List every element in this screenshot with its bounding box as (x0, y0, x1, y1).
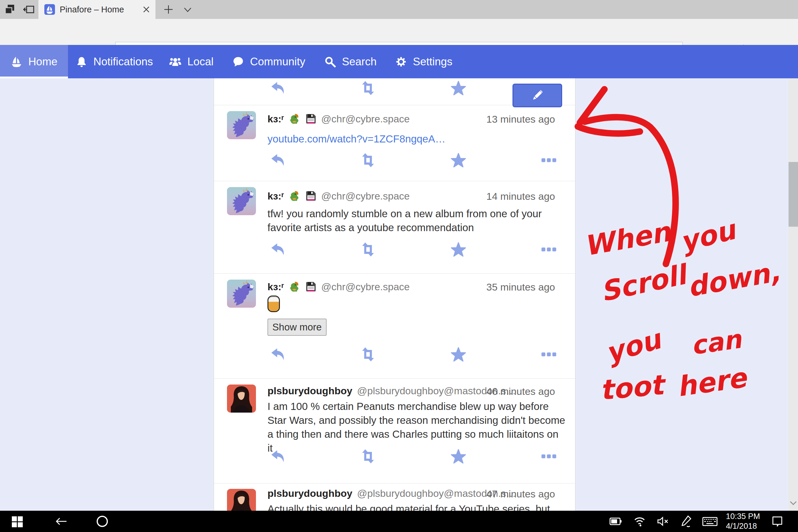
page-content: kз:ʳ @chr@cybre.space 13 minutes ago you… (0, 78, 798, 511)
timestamp[interactable]: 13 minutes ago (487, 114, 555, 125)
more-options-icon[interactable] (541, 347, 556, 362)
more-options-icon[interactable] (541, 242, 556, 257)
nav-item-home[interactable]: Home (0, 45, 68, 78)
reply-icon[interactable] (270, 152, 286, 168)
reply-icon[interactable] (270, 449, 286, 464)
annotation-word: can (689, 324, 743, 361)
browser-tab-strip: Pinafore – Home (0, 0, 798, 19)
pen-icon[interactable] (680, 515, 693, 528)
spoiler-emoji (267, 296, 280, 312)
account-handle[interactable]: @chr@cybre.space (321, 281, 410, 292)
boost-icon[interactable] (360, 80, 376, 96)
reply-icon[interactable] (270, 347, 286, 362)
action-center-icon[interactable] (771, 515, 784, 528)
battery-icon[interactable] (609, 515, 623, 528)
avatar[interactable] (227, 187, 256, 215)
display-name[interactable]: plsburydoughboy (267, 488, 352, 499)
more-options-icon[interactable] (541, 449, 556, 464)
wifi-icon[interactable] (633, 515, 646, 528)
nav-item-settings[interactable]: Settings (395, 45, 453, 78)
scrollbar-down-arrow-icon[interactable] (789, 499, 797, 507)
favorite-icon[interactable] (451, 152, 466, 168)
account-handle[interactable]: @chr@cybre.space (321, 190, 410, 202)
nav-label: Notifications (93, 56, 153, 68)
clock-date: 4/1/2018 (726, 521, 770, 531)
nav-item-local[interactable]: Local (169, 45, 213, 78)
annotation-word: you (602, 323, 664, 369)
nav-item-community[interactable]: Community (232, 45, 305, 78)
favorite-icon[interactable] (451, 242, 466, 257)
timestamp[interactable]: 47 minutes ago (487, 488, 555, 500)
taskbar-clock[interactable]: 10:35 PM 4/1/2018 (726, 512, 770, 531)
show-more-button[interactable]: Show more (267, 319, 327, 336)
nav-item-search[interactable]: Search (324, 45, 377, 78)
toot-text: tfw! you randomly stumble on a new album… (267, 207, 566, 234)
boost-icon[interactable] (360, 347, 376, 362)
tab-title: Pinafore – Home (60, 5, 124, 15)
annotation-word: When (582, 216, 673, 262)
dragon-emoji (289, 190, 301, 202)
tab-list-chevron-icon[interactable] (183, 6, 192, 14)
boost-icon[interactable] (360, 152, 376, 168)
taskbar-back-icon[interactable] (55, 515, 68, 528)
chat-bubble-icon (232, 56, 244, 68)
reply-icon[interactable] (270, 80, 286, 96)
browser-tab[interactable]: Pinafore – Home (38, 0, 155, 19)
bell-icon (76, 56, 88, 68)
search-icon (324, 56, 336, 68)
set-tabs-aside-icon[interactable] (4, 4, 15, 15)
annotation-word: down, (685, 256, 782, 303)
favorite-icon[interactable] (451, 347, 466, 362)
toot: kз:ʳ @chr@cybre.space 35 minutes ago Sho… (214, 273, 575, 378)
touch-keyboard-icon[interactable] (702, 515, 718, 528)
toot-header: kз:ʳ @chr@cybre.space (267, 281, 410, 292)
nav-label: Home (28, 56, 58, 68)
scrollbar-thumb[interactable] (788, 162, 798, 227)
toot-text: Actually this would be good material for… (267, 502, 566, 511)
account-handle[interactable]: @chr@cybre.space (321, 113, 410, 125)
more-options-icon[interactable] (541, 152, 556, 168)
nav-item-notifications[interactable]: Notifications (76, 45, 153, 78)
toot: plsburydoughboy @plsburydoughboy@mastodo… (214, 378, 575, 483)
compose-toot-button[interactable] (513, 84, 562, 107)
pencil-icon (531, 89, 544, 102)
screen: { "browser": { "tab_title": "Pinafore – … (0, 0, 798, 532)
volume-muted-icon[interactable] (656, 515, 669, 528)
display-name[interactable]: kз:ʳ (267, 190, 284, 202)
boost-icon[interactable] (360, 449, 376, 464)
pinafore-favicon (44, 4, 55, 15)
scrollbar-track[interactable] (788, 78, 798, 511)
toot-header: kз:ʳ @chr@cybre.space (267, 113, 410, 125)
avatar[interactable] (227, 280, 256, 308)
nav-label: Settings (413, 56, 453, 68)
people-icon (169, 56, 182, 68)
reply-icon[interactable] (270, 242, 286, 257)
toot-link[interactable]: youtube.com/watch?v=1ZCF8ngqeA… (267, 133, 445, 145)
tab-preview-icon[interactable] (23, 4, 34, 15)
nav-label: Search (342, 56, 377, 68)
display-name[interactable]: kз:ʳ (267, 281, 284, 292)
avatar[interactable] (227, 489, 256, 511)
display-name[interactable]: kз:ʳ (267, 113, 284, 125)
toot-header: kз:ʳ @chr@cybre.space (267, 190, 410, 202)
avatar[interactable] (227, 111, 256, 139)
display-name[interactable]: plsburydoughboy (267, 385, 352, 397)
timestamp[interactable]: 35 minutes ago (487, 281, 555, 293)
timestamp[interactable]: 14 minutes ago (487, 191, 555, 202)
favorite-icon[interactable] (451, 449, 466, 464)
windows-start-icon[interactable] (11, 515, 24, 528)
new-tab-button[interactable] (163, 4, 174, 15)
tab-close-icon[interactable] (142, 6, 150, 13)
boost-icon[interactable] (360, 242, 376, 257)
toot-header: plsburydoughboy @plsburydoughboy@mastodo… (267, 385, 516, 397)
annotation-word: you (677, 214, 739, 258)
browser-toolbar: https://dev.pinafore.social/ (0, 19, 798, 45)
timestamp[interactable]: 46 minutes ago (487, 386, 555, 397)
avatar[interactable] (227, 384, 256, 413)
sailboat-icon (11, 56, 22, 68)
cortana-icon[interactable] (96, 515, 109, 528)
favorite-icon[interactable] (451, 80, 466, 96)
toot-header: plsburydoughboy @plsburydoughboy@mastodo… (267, 488, 516, 499)
timeline: kз:ʳ @chr@cybre.space 13 minutes ago you… (214, 78, 575, 511)
annotation-word: here (675, 362, 748, 403)
